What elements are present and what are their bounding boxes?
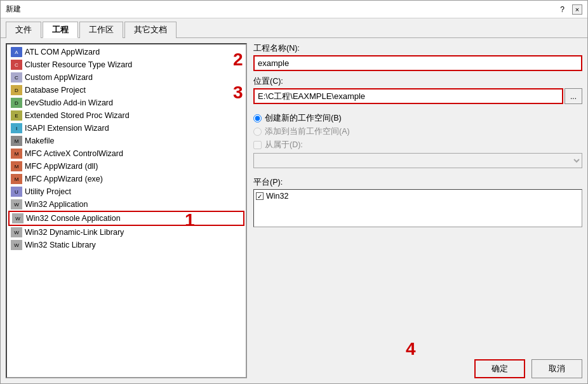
isapi-icon: I [11,123,22,133]
mfc-activex-label: MFC ActiveX ControlWizard [25,149,123,158]
platform-listbox: ✓ Win32 [253,189,582,227]
radio-new-workspace[interactable]: 创建新的工作空间(B) [253,113,582,124]
platform-label: 平台(P): [253,177,582,188]
atl-com-label: ATL COM AppWizard [25,48,100,56]
devstudio-icon: D [11,98,22,108]
atl-com-icon: A [11,47,22,57]
location-label: 位置(C): [253,76,582,87]
win32-lib-label: Win32 Static Library [25,241,96,249]
platform-section: 平台(P): ✓ Win32 [253,177,582,227]
location-input-row: ... [253,88,582,104]
win32-dll-icon: W [11,227,22,237]
checkbox-depend[interactable]: 从属于(D): [253,140,582,150]
cluster-label: Cluster Resource Type Wizard [25,60,132,69]
list-item-atl-com[interactable]: A ATL COM AppWizard [8,46,244,58]
list-item-win32-console[interactable]: W Win32 Console Application [8,211,244,226]
database-label: Database Project [25,86,86,95]
isapi-label: ISAPI Extension Wizard [25,124,109,133]
radio-add-workspace-label: 添加到当前工作空间(A) [265,126,350,137]
list-item-win32-app[interactable]: W Win32 Application [8,198,244,211]
list-item-win32-lib[interactable]: W Win32 Static Library [8,239,244,251]
cancel-button[interactable]: 取消 [531,359,582,378]
close-button[interactable]: × [572,4,582,15]
extended-label: Extended Stored Proc Wizard [25,111,130,120]
project-name-input[interactable] [253,55,582,71]
mfc-dll-icon: M [11,161,22,171]
depend-dropdown[interactable] [253,153,582,168]
mfc-activex-icon: M [11,149,22,159]
devstudio-label: DevStudio Add-in Wizard [25,98,113,107]
list-item-isapi[interactable]: I ISAPI Extension Wizard [8,122,244,135]
win32-check[interactable]: ✓ [256,192,264,200]
checkbox-depend-label: 从属于(D): [265,140,303,150]
radio-new-workspace-input[interactable] [253,114,262,122]
list-item-mfc-activex[interactable]: M MFC ActiveX ControlWizard [8,147,244,160]
utility-label: Utility Project [25,187,71,196]
win32-item-label: Win32 [266,192,288,201]
win32-dll-label: Win32 Dynamic-Link Library [25,228,124,237]
dialog-window: 新建 ? × 文件 工程 工作区 其它文档 A ATL COM AppWizar… [0,0,588,384]
makefile-label: Makefile [25,136,55,145]
cluster-icon: C [11,60,22,70]
title-bar: 新建 ? × [1,1,587,18]
location-input[interactable] [253,88,563,104]
custom-label: Custom AppWizard [25,73,93,82]
win32-console-label: Win32 Console Application [26,214,121,223]
ok-button[interactable]: 确定 [474,359,525,378]
database-icon: D [11,85,22,95]
tab-otherdocs[interactable]: 其它文档 [124,22,177,38]
list-item-database[interactable]: D Database Project [8,84,244,96]
platform-item-win32[interactable]: ✓ Win32 [256,192,580,201]
list-item-utility[interactable]: U Utility Project [8,185,244,198]
checkbox-depend-input[interactable] [253,141,262,149]
mfc-exe-icon: M [11,174,22,184]
list-item-makefile[interactable]: M Makefile [8,135,244,147]
makefile-icon: M [11,136,22,146]
list-item-devstudio[interactable]: D DevStudio Add-in Wizard [8,96,244,109]
radio-add-workspace[interactable]: 添加到当前工作空间(A) [253,126,582,137]
help-button[interactable]: ? [560,5,565,14]
win32-console-icon: W [12,213,23,223]
utility-icon: U [11,187,22,197]
win32-app-icon: W [11,199,22,209]
workspace-options: 创建新的工作空间(B) 添加到当前工作空间(A) 从属于(D): [253,109,582,172]
button-row: 确定 取消 [253,359,582,378]
mfc-dll-label: MFC AppWizard (dll) [25,162,98,171]
project-name-label: 工程名称(N): [253,43,582,54]
radio-new-workspace-label: 创建新的工作空间(B) [265,113,342,124]
radio-add-workspace-input[interactable] [253,128,262,136]
list-item-custom[interactable]: C Custom AppWizard [8,71,244,84]
list-item-win32-dll[interactable]: W Win32 Dynamic-Link Library [8,226,244,239]
win32-lib-icon: W [11,240,22,250]
tab-files[interactable]: 文件 [6,22,41,38]
annotation-4: 4 [406,339,416,359]
title-bar-controls: ? × [560,4,582,15]
right-panel: 工程名称(N): 2 位置(C): ... 3 [253,43,582,378]
tab-workspace[interactable]: 工作区 [79,22,123,38]
custom-icon: C [11,72,22,83]
browse-button[interactable]: ... [565,88,582,104]
list-item-cluster[interactable]: C Cluster Resource Type Wizard [8,58,244,71]
window-title: 新建 [6,4,21,15]
list-item-mfc-exe[interactable]: M MFC AppWizard (exe) [8,173,244,185]
content-area: A ATL COM AppWizard C Cluster Resource T… [1,38,587,383]
location-group: 位置(C): ... [253,76,582,104]
project-name-group: 工程名称(N): [253,43,582,71]
list-item-mfc-dll[interactable]: M MFC AppWizard (dll) [8,160,244,173]
tab-projects[interactable]: 工程 [43,22,78,38]
win32-app-label: Win32 Application [25,200,88,209]
extended-icon: E [11,110,22,121]
mfc-exe-label: MFC AppWizard (exe) [25,175,103,183]
tab-bar: 文件 工程 工作区 其它文档 [1,18,587,38]
project-list: A ATL COM AppWizard C Cluster Resource T… [6,43,247,378]
list-item-extended[interactable]: E Extended Stored Proc Wizard [8,109,244,122]
